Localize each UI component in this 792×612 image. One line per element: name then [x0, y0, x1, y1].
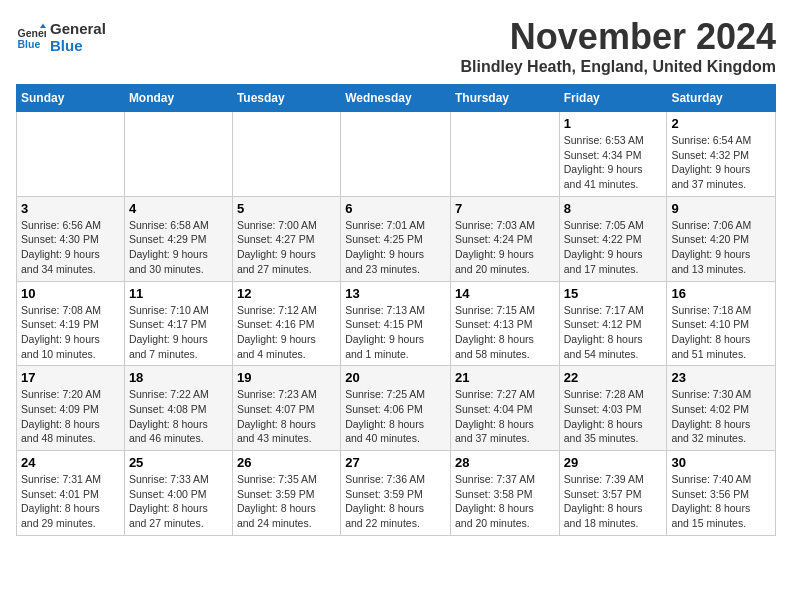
day-number: 8 — [564, 201, 663, 216]
day-number: 27 — [345, 455, 446, 470]
day-info: Sunrise: 7:05 AM Sunset: 4:22 PM Dayligh… — [564, 218, 663, 277]
calendar-week-row: 1Sunrise: 6:53 AM Sunset: 4:34 PM Daylig… — [17, 112, 776, 197]
header-friday: Friday — [559, 85, 667, 112]
calendar-cell: 28Sunrise: 7:37 AM Sunset: 3:58 PM Dayli… — [450, 451, 559, 536]
calendar-cell — [17, 112, 125, 197]
day-number: 25 — [129, 455, 228, 470]
day-info: Sunrise: 7:20 AM Sunset: 4:09 PM Dayligh… — [21, 387, 120, 446]
day-info: Sunrise: 7:01 AM Sunset: 4:25 PM Dayligh… — [345, 218, 446, 277]
day-info: Sunrise: 7:27 AM Sunset: 4:04 PM Dayligh… — [455, 387, 555, 446]
day-number: 20 — [345, 370, 446, 385]
day-number: 13 — [345, 286, 446, 301]
calendar-week-row: 3Sunrise: 6:56 AM Sunset: 4:30 PM Daylig… — [17, 196, 776, 281]
day-number: 14 — [455, 286, 555, 301]
day-number: 4 — [129, 201, 228, 216]
calendar-cell: 22Sunrise: 7:28 AM Sunset: 4:03 PM Dayli… — [559, 366, 667, 451]
day-info: Sunrise: 6:58 AM Sunset: 4:29 PM Dayligh… — [129, 218, 228, 277]
day-info: Sunrise: 7:17 AM Sunset: 4:12 PM Dayligh… — [564, 303, 663, 362]
svg-marker-2 — [40, 24, 46, 29]
day-number: 12 — [237, 286, 336, 301]
day-number: 21 — [455, 370, 555, 385]
day-info: Sunrise: 7:40 AM Sunset: 3:56 PM Dayligh… — [671, 472, 771, 531]
day-info: Sunrise: 7:37 AM Sunset: 3:58 PM Dayligh… — [455, 472, 555, 531]
calendar-cell: 9Sunrise: 7:06 AM Sunset: 4:20 PM Daylig… — [667, 196, 776, 281]
day-number: 2 — [671, 116, 771, 131]
calendar-cell: 20Sunrise: 7:25 AM Sunset: 4:06 PM Dayli… — [341, 366, 451, 451]
calendar-cell: 26Sunrise: 7:35 AM Sunset: 3:59 PM Dayli… — [232, 451, 340, 536]
calendar-cell: 14Sunrise: 7:15 AM Sunset: 4:13 PM Dayli… — [450, 281, 559, 366]
day-number: 29 — [564, 455, 663, 470]
calendar-cell: 24Sunrise: 7:31 AM Sunset: 4:01 PM Dayli… — [17, 451, 125, 536]
day-info: Sunrise: 7:35 AM Sunset: 3:59 PM Dayligh… — [237, 472, 336, 531]
day-number: 28 — [455, 455, 555, 470]
header-thursday: Thursday — [450, 85, 559, 112]
calendar-cell: 6Sunrise: 7:01 AM Sunset: 4:25 PM Daylig… — [341, 196, 451, 281]
day-number: 22 — [564, 370, 663, 385]
day-info: Sunrise: 7:06 AM Sunset: 4:20 PM Dayligh… — [671, 218, 771, 277]
day-info: Sunrise: 6:53 AM Sunset: 4:34 PM Dayligh… — [564, 133, 663, 192]
day-number: 10 — [21, 286, 120, 301]
calendar-week-row: 17Sunrise: 7:20 AM Sunset: 4:09 PM Dayli… — [17, 366, 776, 451]
header-tuesday: Tuesday — [232, 85, 340, 112]
day-info: Sunrise: 7:28 AM Sunset: 4:03 PM Dayligh… — [564, 387, 663, 446]
month-title: November 2024 — [460, 16, 776, 58]
day-info: Sunrise: 7:39 AM Sunset: 3:57 PM Dayligh… — [564, 472, 663, 531]
calendar-cell: 1Sunrise: 6:53 AM Sunset: 4:34 PM Daylig… — [559, 112, 667, 197]
day-number: 3 — [21, 201, 120, 216]
day-number: 9 — [671, 201, 771, 216]
day-info: Sunrise: 7:25 AM Sunset: 4:06 PM Dayligh… — [345, 387, 446, 446]
day-info: Sunrise: 7:33 AM Sunset: 4:00 PM Dayligh… — [129, 472, 228, 531]
calendar-cell: 30Sunrise: 7:40 AM Sunset: 3:56 PM Dayli… — [667, 451, 776, 536]
header-sunday: Sunday — [17, 85, 125, 112]
day-info: Sunrise: 7:18 AM Sunset: 4:10 PM Dayligh… — [671, 303, 771, 362]
logo: General Blue General Blue — [16, 20, 106, 54]
calendar-cell: 4Sunrise: 6:58 AM Sunset: 4:29 PM Daylig… — [124, 196, 232, 281]
calendar-cell: 7Sunrise: 7:03 AM Sunset: 4:24 PM Daylig… — [450, 196, 559, 281]
calendar-table: SundayMondayTuesdayWednesdayThursdayFrid… — [16, 84, 776, 536]
calendar-cell: 5Sunrise: 7:00 AM Sunset: 4:27 PM Daylig… — [232, 196, 340, 281]
day-info: Sunrise: 7:08 AM Sunset: 4:19 PM Dayligh… — [21, 303, 120, 362]
day-number: 19 — [237, 370, 336, 385]
day-number: 1 — [564, 116, 663, 131]
location-title: Blindley Heath, England, United Kingdom — [460, 58, 776, 76]
day-number: 23 — [671, 370, 771, 385]
header-wednesday: Wednesday — [341, 85, 451, 112]
calendar-cell — [124, 112, 232, 197]
calendar-cell: 15Sunrise: 7:17 AM Sunset: 4:12 PM Dayli… — [559, 281, 667, 366]
calendar-week-row: 24Sunrise: 7:31 AM Sunset: 4:01 PM Dayli… — [17, 451, 776, 536]
day-info: Sunrise: 7:00 AM Sunset: 4:27 PM Dayligh… — [237, 218, 336, 277]
day-number: 15 — [564, 286, 663, 301]
header-monday: Monday — [124, 85, 232, 112]
day-number: 7 — [455, 201, 555, 216]
header-saturday: Saturday — [667, 85, 776, 112]
day-info: Sunrise: 7:10 AM Sunset: 4:17 PM Dayligh… — [129, 303, 228, 362]
day-number: 17 — [21, 370, 120, 385]
title-area: November 2024 Blindley Heath, England, U… — [460, 16, 776, 76]
day-number: 6 — [345, 201, 446, 216]
calendar-cell — [232, 112, 340, 197]
logo-blue: Blue — [50, 37, 106, 54]
day-number: 18 — [129, 370, 228, 385]
day-number: 16 — [671, 286, 771, 301]
day-info: Sunrise: 7:15 AM Sunset: 4:13 PM Dayligh… — [455, 303, 555, 362]
day-info: Sunrise: 7:03 AM Sunset: 4:24 PM Dayligh… — [455, 218, 555, 277]
day-info: Sunrise: 6:56 AM Sunset: 4:30 PM Dayligh… — [21, 218, 120, 277]
svg-text:Blue: Blue — [18, 38, 41, 50]
calendar-cell: 13Sunrise: 7:13 AM Sunset: 4:15 PM Dayli… — [341, 281, 451, 366]
calendar-cell: 27Sunrise: 7:36 AM Sunset: 3:59 PM Dayli… — [341, 451, 451, 536]
calendar-cell: 29Sunrise: 7:39 AM Sunset: 3:57 PM Dayli… — [559, 451, 667, 536]
calendar-cell: 23Sunrise: 7:30 AM Sunset: 4:02 PM Dayli… — [667, 366, 776, 451]
calendar-week-row: 10Sunrise: 7:08 AM Sunset: 4:19 PM Dayli… — [17, 281, 776, 366]
calendar-cell: 11Sunrise: 7:10 AM Sunset: 4:17 PM Dayli… — [124, 281, 232, 366]
day-info: Sunrise: 7:30 AM Sunset: 4:02 PM Dayligh… — [671, 387, 771, 446]
day-number: 5 — [237, 201, 336, 216]
calendar-cell: 10Sunrise: 7:08 AM Sunset: 4:19 PM Dayli… — [17, 281, 125, 366]
day-info: Sunrise: 7:13 AM Sunset: 4:15 PM Dayligh… — [345, 303, 446, 362]
calendar-cell — [341, 112, 451, 197]
day-info: Sunrise: 6:54 AM Sunset: 4:32 PM Dayligh… — [671, 133, 771, 192]
calendar-cell — [450, 112, 559, 197]
logo-general: General — [50, 20, 106, 37]
calendar-cell: 25Sunrise: 7:33 AM Sunset: 4:00 PM Dayli… — [124, 451, 232, 536]
day-number: 30 — [671, 455, 771, 470]
day-number: 11 — [129, 286, 228, 301]
